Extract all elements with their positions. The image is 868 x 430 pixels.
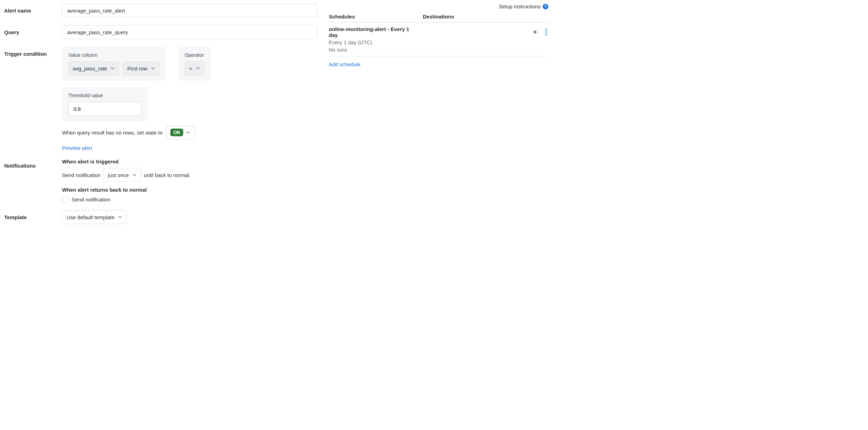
value-column-select[interactable]: avg_pass_rate bbox=[68, 61, 119, 75]
notifications-label: Notifications bbox=[4, 159, 56, 169]
kebab-menu-icon[interactable] bbox=[544, 28, 548, 37]
template-value: Use default template bbox=[67, 214, 115, 220]
ok-badge: OK bbox=[170, 129, 183, 136]
help-icon[interactable]: ? bbox=[543, 4, 548, 9]
value-column-label: Value column bbox=[68, 52, 160, 58]
schedule-title: online-monitoring-alert - Every 1 day bbox=[329, 26, 416, 38]
threshold-label: Threshold value bbox=[68, 93, 141, 98]
chevron-down-icon bbox=[118, 215, 122, 219]
play-icon[interactable] bbox=[533, 30, 538, 34]
no-rows-state-select[interactable]: OK bbox=[166, 125, 195, 139]
add-schedule-link[interactable]: Add schedule bbox=[329, 61, 361, 67]
chevron-down-icon bbox=[132, 173, 137, 177]
back-normal-heading: When alert returns back to normal bbox=[62, 187, 318, 193]
operator-select[interactable]: < bbox=[185, 61, 204, 75]
template-label: Template bbox=[4, 210, 56, 220]
back-normal-checkbox[interactable] bbox=[62, 196, 68, 202]
threshold-input[interactable] bbox=[68, 102, 141, 116]
destinations-header: Destinations bbox=[423, 14, 548, 20]
no-rows-text: When query result has no rows, set state… bbox=[62, 130, 162, 136]
operator-box: Operator < bbox=[178, 47, 211, 81]
chevron-down-icon bbox=[196, 66, 200, 70]
preview-alert-link[interactable]: Preview alert bbox=[62, 145, 92, 151]
alert-name-label: Alert name bbox=[4, 3, 56, 14]
query-label: Query bbox=[4, 25, 56, 35]
frequency-select[interactable]: just once bbox=[103, 168, 141, 182]
trigger-condition-label: Trigger condition bbox=[4, 47, 56, 57]
chevron-down-icon bbox=[110, 66, 115, 70]
chevron-down-icon bbox=[186, 130, 190, 135]
operator-value: < bbox=[189, 66, 192, 71]
threshold-box: Threshold value bbox=[62, 87, 148, 121]
chevron-down-icon bbox=[151, 66, 155, 70]
schedule-row: online-monitoring-alert - Every 1 day Ev… bbox=[329, 23, 548, 56]
schedule-runs: No runs bbox=[329, 47, 533, 53]
send-suffix: until back to normal. bbox=[144, 172, 191, 178]
schedule-cadence: Every 1 day (UTC) bbox=[329, 39, 533, 45]
query-input[interactable] bbox=[62, 25, 318, 39]
operator-label: Operator bbox=[185, 52, 204, 58]
template-select[interactable]: Use default template bbox=[62, 210, 127, 224]
frequency-value: just once bbox=[108, 172, 129, 178]
send-prefix: Send notification bbox=[62, 172, 101, 178]
alert-name-input[interactable] bbox=[62, 3, 318, 17]
row-select-value: First row bbox=[127, 66, 147, 71]
schedules-header: Schedules bbox=[329, 14, 423, 20]
back-normal-checkbox-label: Send notification bbox=[72, 197, 110, 202]
setup-instructions-link[interactable]: Setup Instructions bbox=[499, 3, 541, 9]
triggered-heading: When alert is triggered bbox=[62, 159, 318, 164]
value-column-value: avg_pass_rate bbox=[73, 66, 107, 71]
value-column-box: Value column avg_pass_rate First row bbox=[62, 47, 166, 81]
row-select[interactable]: First row bbox=[123, 61, 160, 75]
